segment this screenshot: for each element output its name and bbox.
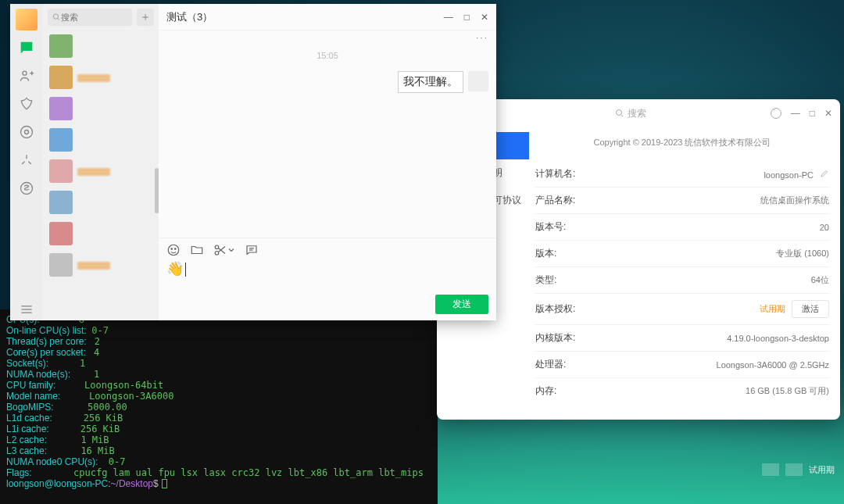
svg-line-15 — [58, 18, 59, 20]
info-value: 20 — [820, 223, 829, 232]
info-label: 内存: — [535, 384, 556, 398]
favorites-icon[interactable] — [19, 96, 34, 115]
terminal-window[interactable]: CPU(s): 8 On-line CPU(s) list: 0-7 Threa… — [0, 309, 438, 504]
minimize-button[interactable]: — — [791, 108, 800, 119]
info-row: 类型:64位 — [535, 267, 829, 294]
info-label: 版本授权: — [535, 302, 575, 316]
chat-list-item[interactable] — [43, 218, 159, 249]
chat-list: ＋ — [43, 4, 159, 320]
avatar — [468, 71, 488, 91]
activate-button[interactable]: 激活 — [792, 300, 829, 318]
svg-point-16 — [168, 245, 179, 256]
chat-list-item[interactable] — [43, 124, 159, 155]
info-value: 4.19.0-loongson-3-desktop — [727, 334, 829, 343]
chat-search[interactable] — [48, 9, 132, 26]
info-row: 版本授权:试用期激活 — [535, 294, 829, 325]
message-bubble: 我不理解。 — [398, 71, 463, 93]
info-row: 产品名称:统信桌面操作系统 — [535, 188, 829, 214]
info-value: 统信桌面操作系统 — [760, 195, 829, 206]
info-label: 版本号: — [535, 220, 566, 234]
chat-messages[interactable]: 15:05 我不理解。 — [159, 43, 496, 238]
tray-block[interactable] — [762, 463, 779, 476]
info-row: 内核版本:4.19.0-loongson-3-desktop — [535, 325, 829, 352]
chat-more-button[interactable]: ··· — [476, 32, 488, 43]
chat-list-item[interactable] — [43, 187, 159, 218]
chat-list-item[interactable] — [43, 30, 159, 62]
info-row: 计算机名:loongson-PC — [535, 161, 829, 188]
wechat-nav — [10, 4, 43, 320]
svg-point-2 — [23, 71, 27, 75]
chat-list-item[interactable] — [43, 93, 159, 124]
settings-window: 搜索 — □ ✕ 关于本机开源软件声明最终用户许可协议隐私政策备份还原 Copy… — [437, 99, 840, 420]
menu-icon[interactable] — [19, 302, 34, 320]
sparkle-icon[interactable] — [19, 152, 34, 171]
trial-label: 试用期 — [809, 464, 835, 476]
svg-point-20 — [215, 252, 219, 256]
svg-point-6 — [25, 130, 29, 134]
copyright-text: Copyright © 2019-2023 统信软件技术有限公司 — [535, 132, 829, 156]
chat-list-item[interactable] — [43, 155, 159, 187]
svg-line-1 — [621, 115, 624, 117]
settings-search[interactable]: 搜索 — [492, 107, 771, 120]
maximize-button[interactable]: □ — [464, 12, 470, 23]
send-button[interactable]: 发送 — [435, 295, 488, 314]
info-row: 处理器:Loongson-3A6000 @ 2.5GHz — [535, 352, 829, 378]
new-chat-button[interactable]: ＋ — [137, 9, 154, 26]
scissors-icon[interactable] — [213, 243, 235, 257]
emoji-icon[interactable] — [166, 243, 181, 257]
tray-block[interactable] — [785, 463, 803, 476]
maximize-button[interactable]: □ — [810, 108, 815, 119]
settings-main: Copyright © 2019-2023 统信软件技术有限公司 计算机名:lo… — [529, 127, 840, 420]
info-value: 64位 — [811, 274, 829, 286]
chat-panel: 测试（3） — □ ✕ ··· 15:05 我不理解。 — [159, 4, 496, 320]
info-row: 内存:16 GB (15.8 GB 可用) — [535, 378, 829, 404]
svg-point-19 — [215, 245, 219, 249]
svg-point-14 — [53, 14, 58, 19]
info-label: 产品名称: — [535, 194, 575, 207]
info-label: 类型: — [535, 273, 556, 287]
chat-history-icon[interactable] — [245, 243, 259, 257]
folder-icon[interactable] — [190, 243, 204, 257]
moments-icon[interactable] — [19, 124, 34, 143]
close-button[interactable]: ✕ — [481, 12, 488, 23]
svg-point-5 — [21, 127, 33, 138]
info-label: 版本: — [535, 247, 556, 260]
settings-search-placeholder: 搜索 — [628, 107, 646, 120]
settings-titlebar: 搜索 — □ ✕ — [437, 99, 840, 127]
info-row: 版本:专业版 (1060) — [535, 241, 829, 267]
info-label: 内核版本: — [535, 331, 575, 345]
chat-list-item[interactable] — [43, 249, 159, 281]
minimize-button[interactable]: — — [444, 12, 453, 23]
contacts-icon[interactable] — [19, 68, 34, 87]
chat-list-item[interactable] — [43, 62, 159, 93]
mini-programs-icon[interactable] — [19, 181, 34, 199]
info-label: 处理器: — [535, 358, 566, 371]
svg-point-18 — [175, 248, 177, 250]
search-icon — [615, 109, 624, 118]
svg-line-8 — [22, 162, 24, 164]
info-value: 专业版 (1060) — [776, 248, 829, 259]
svg-line-9 — [29, 162, 31, 164]
trial-text: 试用期 — [760, 303, 785, 315]
message-timestamp: 15:05 — [159, 43, 496, 60]
info-value: Loongson-3A6000 @ 2.5GHz — [717, 360, 829, 370]
info-row: 版本号:20 — [535, 214, 829, 241]
close-button[interactable]: ✕ — [824, 108, 832, 119]
info-value: loongson-PC — [764, 169, 829, 180]
chat-title: 测试（3） — [166, 10, 213, 24]
chat-search-input[interactable] — [61, 13, 127, 22]
compose-area: 👋 发送 — [159, 238, 496, 320]
info-value: 16 GB (15.8 GB 可用) — [746, 385, 829, 397]
search-icon — [52, 13, 61, 22]
taskbar-tray: 试用期 — [762, 463, 835, 476]
compose-content: 👋 — [166, 261, 184, 277]
message-input[interactable]: 👋 — [166, 260, 488, 291]
wechat-window: ＋ 测试（3） — □ ✕ ··· 15:05 我不理解。 — [10, 4, 496, 320]
chats-icon[interactable] — [19, 40, 34, 59]
edit-icon[interactable] — [820, 169, 829, 180]
menu-icon[interactable] — [771, 108, 781, 119]
svg-point-10 — [21, 183, 33, 195]
outgoing-message: 我不理解。 — [398, 71, 488, 93]
user-avatar[interactable] — [16, 9, 38, 30]
svg-point-17 — [171, 248, 173, 250]
